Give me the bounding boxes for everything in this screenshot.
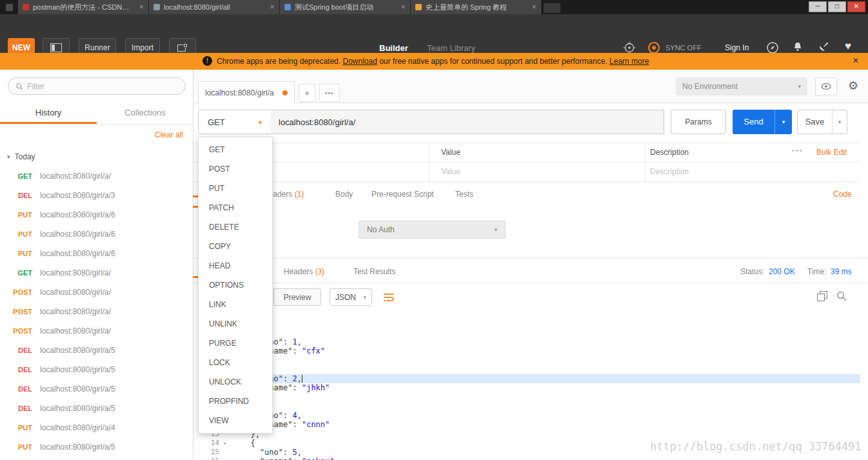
preview-view-button[interactable]: Preview xyxy=(273,288,321,306)
send-button[interactable]: Send ▾ xyxy=(733,110,792,134)
response-tab-headers[interactable]: Headers (3) xyxy=(284,267,324,276)
request-tab[interactable]: localhost:8080/girl/a xyxy=(198,81,295,104)
minimize-button[interactable]: ─ xyxy=(809,1,827,12)
code-text: { xyxy=(227,402,860,411)
history-item[interactable]: PUTlocalhost:8080/girl/a/6 xyxy=(0,225,193,244)
copy-icon xyxy=(817,291,827,301)
url-input[interactable] xyxy=(271,110,664,134)
tab-collections[interactable]: Collections xyxy=(97,102,193,124)
browser-tab[interactable]: localhost:8080/girl/all✕ xyxy=(149,0,280,14)
auth-type-select[interactable]: No Auth ▾ xyxy=(359,221,506,239)
response-body-editor[interactable]: 1[2 {3 "uno": 1,4 "uname": "cfx"5 },6 {7… xyxy=(193,315,860,460)
response-tab-test-results[interactable]: Test Results xyxy=(353,267,395,276)
method-menu-item-options[interactable]: OPTIONS xyxy=(199,275,272,295)
method-menu-item-view[interactable]: VIEW xyxy=(199,411,272,430)
banner-text-middle: our free native apps for continued suppo… xyxy=(377,57,609,66)
open-new-tab-button[interactable]: + xyxy=(299,84,315,102)
method-menu-item-get[interactable]: GET xyxy=(199,140,272,159)
history-item[interactable]: PUTlocalhost:8080/girl/a/6 xyxy=(0,244,193,263)
request-subtab-body[interactable]: Body xyxy=(335,190,353,199)
history-item[interactable]: DELlocalhost:8080/girl/a/5 xyxy=(0,341,193,360)
method-menu-item-link[interactable]: LINK xyxy=(199,295,272,314)
history-item[interactable]: GETlocalhost:8080/girl/a/ xyxy=(0,263,193,283)
search-response-button[interactable] xyxy=(834,289,849,303)
tab-close-icon[interactable]: ✕ xyxy=(139,4,144,10)
request-url-label: localhost:8080/girl/a/6 xyxy=(40,249,115,258)
history-item[interactable]: DELlocalhost:8080/girl/a/5 xyxy=(0,360,193,379)
params-button[interactable]: Params xyxy=(671,110,726,134)
method-menu-item-put[interactable]: PUT xyxy=(199,179,272,198)
history-item[interactable]: PUTlocalhost:8080/girl/a/4 xyxy=(0,418,193,437)
method-menu-item-patch[interactable]: PATCH xyxy=(199,198,272,217)
save-button[interactable]: Save ▾ xyxy=(797,110,847,134)
method-menu-item-post[interactable]: POST xyxy=(199,159,272,179)
value-cell-placeholder[interactable]: Value xyxy=(441,167,460,176)
history-item[interactable]: POSTlocalhost:8080/girl/a/ xyxy=(0,302,193,321)
settings-button[interactable]: ⚙ xyxy=(842,76,864,95)
today-label: Today xyxy=(15,152,35,161)
request-subtab-tests[interactable]: Tests xyxy=(455,190,473,199)
sign-in-link[interactable]: Sign In xyxy=(725,43,749,52)
fold-caret-icon[interactable]: ▾ xyxy=(223,439,226,448)
history-item[interactable]: DELlocalhost:8080/girl/a/5 xyxy=(0,399,193,418)
banner-close-icon[interactable]: ✕ xyxy=(853,56,859,65)
wrap-text-button[interactable] xyxy=(380,290,397,305)
environment-preview-button[interactable] xyxy=(815,77,837,95)
method-menu-item-copy[interactable]: COPY xyxy=(199,237,272,256)
wrap-text-icon xyxy=(383,293,395,302)
tab-close-icon[interactable]: ✕ xyxy=(400,4,406,10)
heart-icon[interactable]: ♥ xyxy=(845,40,851,53)
browser-tab[interactable]: 史上最简单的 Spring 教程✕ xyxy=(411,0,542,14)
history-item[interactable]: PUTlocalhost:8080/girl/a/5 xyxy=(0,437,193,457)
more-tabs-button[interactable]: ••• xyxy=(319,84,340,102)
history-list: GETlocalhost:8080/girl/a/DELlocalhost:80… xyxy=(0,166,193,460)
bulk-edit-link[interactable]: Bulk Edit xyxy=(816,148,847,157)
method-menu-item-purge[interactable]: PURGE xyxy=(199,334,272,353)
filter-input[interactable] xyxy=(27,82,178,91)
line-number: 15 xyxy=(193,448,227,457)
save-options-caret[interactable]: ▾ xyxy=(832,110,847,134)
request-subtab-pre-request-script[interactable]: Pre-request Script xyxy=(371,190,434,199)
method-menu-item-head[interactable]: HEAD xyxy=(199,256,272,275)
tab-team-library[interactable]: Team Library xyxy=(427,43,475,53)
browser-tab[interactable]: postman的使用方法 - CSDN博客✕ xyxy=(18,0,149,14)
tab-close-icon[interactable]: ✕ xyxy=(531,4,537,10)
code-line: 11 "uno": 4, xyxy=(193,411,860,420)
method-menu-item-lock[interactable]: LOCK xyxy=(199,353,272,372)
close-window-button[interactable]: ✕ xyxy=(847,1,865,12)
request-url-label: localhost:8080/girl/a/ xyxy=(40,326,111,335)
send-options-caret[interactable]: ▾ xyxy=(774,110,792,134)
history-item[interactable]: PUTlocalhost:8080/girl/a/6 xyxy=(0,205,193,225)
tab-close-icon[interactable]: ✕ xyxy=(270,4,275,10)
today-section-header[interactable]: ▾ Today xyxy=(7,152,35,161)
params-menu-dots[interactable]: ••• xyxy=(792,146,804,154)
code-line: 4 "uname": "cfx" xyxy=(193,346,860,355)
environment-select[interactable]: No Environment ▾ xyxy=(676,77,807,95)
history-item[interactable]: DELlocalhost:8080/girl/a/3 xyxy=(0,186,193,205)
history-item[interactable]: GETlocalhost:8080/girl/a/ xyxy=(0,166,193,186)
learn-more-link[interactable]: Learn more xyxy=(609,57,649,66)
history-item[interactable]: POSTlocalhost:8080/girl/a/ xyxy=(0,321,193,341)
clear-all-link[interactable]: Clear all xyxy=(155,130,183,139)
description-cell-placeholder[interactable]: Description xyxy=(650,167,689,176)
method-menu-item-delete[interactable]: DELETE xyxy=(199,217,272,237)
method-menu-item-unlink[interactable]: UNLINK xyxy=(199,314,272,334)
maximize-button[interactable]: □ xyxy=(828,1,846,12)
method-menu-item-unlock[interactable]: UNLOCK xyxy=(199,372,272,392)
table-border xyxy=(193,162,860,163)
copy-response-button[interactable] xyxy=(815,289,829,303)
code-link[interactable]: Code xyxy=(833,190,852,199)
method-menu-item-propfind[interactable]: PROPFIND xyxy=(199,392,272,411)
method-select[interactable]: GET ▾ xyxy=(198,110,271,134)
tab-history[interactable]: History xyxy=(0,102,97,124)
request-url-label: localhost:8080/girl/a/6 xyxy=(40,230,115,239)
browser-tab[interactable]: 测试Spring boot项目启动✕ xyxy=(280,0,411,14)
request-url-label: localhost:8080/girl/a/6 xyxy=(40,210,115,219)
download-link[interactable]: Download xyxy=(342,57,377,66)
response-format-select[interactable]: JSON ▾ xyxy=(330,288,372,306)
tab-builder[interactable]: Builder xyxy=(379,43,408,53)
history-item[interactable]: DELlocalhost:8080/girl/a/5 xyxy=(0,379,193,399)
history-item[interactable]: POSTlocalhost:8080/girl/a/ xyxy=(0,283,193,302)
new-tab-button[interactable] xyxy=(544,3,560,13)
time-value: 39 ms xyxy=(831,267,852,276)
